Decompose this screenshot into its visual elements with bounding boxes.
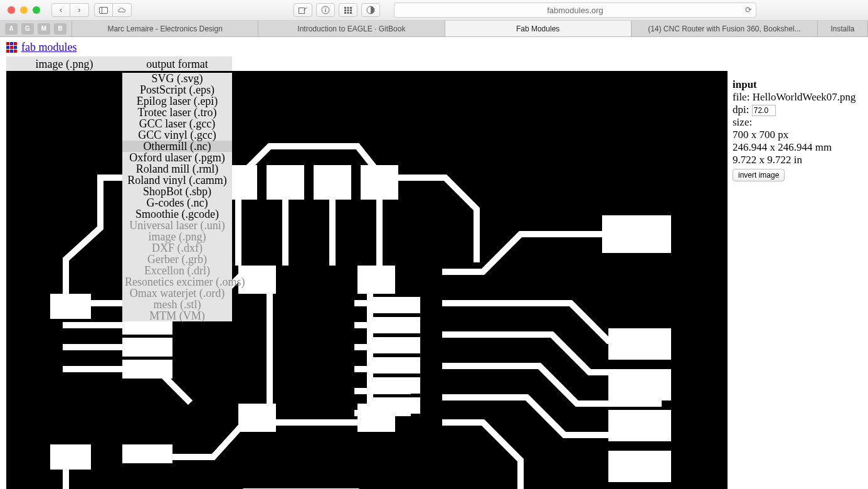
output-item-18: Resonetics excimer (.oms) <box>122 276 232 287</box>
menu-row: image (.png) output format SVG (.svg)Pos… <box>6 56 868 72</box>
canvas-area <box>6 71 728 489</box>
maximize-window-icon[interactable] <box>33 6 40 14</box>
size-px: 700 x 700 px <box>733 129 864 141</box>
adblock-button[interactable] <box>361 3 380 17</box>
close-window-icon[interactable] <box>8 6 15 14</box>
url-bar[interactable]: fabmodules.org ⟳ <box>394 3 756 18</box>
output-item-11[interactable]: G-codes (.nc) <box>122 197 232 208</box>
svg-rect-32 <box>357 266 395 294</box>
output-item-2[interactable]: Epilog laser (.epi) <box>122 95 232 107</box>
svg-rect-8 <box>347 7 349 9</box>
output-item-12[interactable]: Smoothie (.gcode) <box>122 208 232 220</box>
output-item-7[interactable]: Oxford ulaser (.pgm) <box>122 152 232 163</box>
output-item-0[interactable]: SVG (.svg) <box>122 73 232 84</box>
input-format-menu[interactable]: image (.png) <box>6 56 122 72</box>
output-item-10[interactable]: ShopBot (.sbp) <box>122 186 232 197</box>
svg-rect-31 <box>238 404 276 432</box>
fav-b[interactable]: B <box>54 23 66 35</box>
dpi-label: dpi: <box>733 104 749 116</box>
cloud-tabs-button[interactable] <box>113 3 132 17</box>
output-item-5[interactable]: GCC vinyl (.gcc) <box>122 129 232 141</box>
fab-logo-icon <box>6 42 18 53</box>
svg-rect-14 <box>347 12 349 14</box>
svg-rect-27 <box>122 338 172 357</box>
fab-modules-link[interactable]: fab modules <box>21 41 77 54</box>
svg-rect-0 <box>100 7 108 13</box>
svg-rect-38 <box>370 377 420 394</box>
compose-icon <box>299 6 307 14</box>
sidebar-icon <box>99 7 108 14</box>
output-item-20: mesh (.stl) <box>122 299 232 310</box>
compose-button[interactable] <box>294 3 312 17</box>
fav-g[interactable]: G <box>21 23 34 35</box>
fab-header: fab modules <box>0 37 868 56</box>
input-format-head: image (.png) <box>6 56 122 72</box>
svg-rect-37 <box>370 357 420 373</box>
dpi-row: dpi: <box>733 104 864 116</box>
svg-rect-12 <box>350 9 352 11</box>
output-format-menu[interactable]: output format SVG (.svg)PostScript (.eps… <box>122 56 232 72</box>
svg-rect-28 <box>122 360 172 379</box>
file-value: HelloWorldWeek07.png <box>753 91 856 103</box>
svg-rect-24 <box>50 444 91 470</box>
window-controls <box>8 6 40 14</box>
url-text: fabmodules.org <box>547 6 603 15</box>
svg-rect-21 <box>361 165 398 200</box>
output-item-21: MTM (VM) <box>122 310 232 321</box>
size-in: 9.722 x 9.722 in <box>733 154 864 166</box>
file-row: file: HelloWorldWeek07.png <box>733 91 864 104</box>
output-item-19: Omax waterjet (.ord) <box>122 287 232 299</box>
output-item-9[interactable]: Roland vinyl (.camm) <box>122 175 232 186</box>
file-label: file: <box>733 91 749 103</box>
topsites-button[interactable] <box>339 3 357 17</box>
svg-rect-19 <box>267 165 304 200</box>
fav-m[interactable]: M <box>38 23 50 35</box>
tab-3[interactable]: (14) CNC Router with Fusion 360, Bookshe… <box>632 21 818 36</box>
info-icon <box>321 6 330 14</box>
minimize-window-icon[interactable] <box>20 6 28 14</box>
output-item-15: DXF (.dxf) <box>122 242 232 254</box>
output-item-17: Excellon (.drl) <box>122 265 232 276</box>
fav-a[interactable]: A <box>5 23 18 35</box>
output-item-8[interactable]: Roland mill (.rml) <box>122 163 232 175</box>
invert-image-button[interactable]: invert image <box>733 169 785 181</box>
pcb-svg <box>6 71 728 489</box>
reload-icon[interactable]: ⟳ <box>745 5 752 14</box>
output-item-13: Universal laser (.uni) <box>122 220 232 231</box>
page-content: fab modules image (.png) output format S… <box>0 37 868 489</box>
svg-rect-23 <box>50 294 91 319</box>
size-mm: 246.944 x 246.944 mm <box>733 141 864 154</box>
svg-rect-7 <box>344 7 346 9</box>
output-item-1[interactable]: PostScript (.eps) <box>122 84 232 95</box>
svg-rect-11 <box>347 9 349 11</box>
output-item-3[interactable]: Trotec laser (.tro) <box>122 107 232 118</box>
pcb-canvas[interactable] <box>6 71 728 489</box>
size-label: size: <box>733 116 864 129</box>
output-item-4[interactable]: GCC laser (.gcc) <box>122 118 232 129</box>
output-format-head: output format <box>122 56 232 72</box>
output-item-6[interactable]: Othermill (.nc) <box>122 141 232 152</box>
svg-rect-13 <box>344 12 346 14</box>
tab-1[interactable]: Introduction to EAGLE · GitBook <box>258 21 445 36</box>
tab-4[interactable]: Installa <box>818 21 868 36</box>
svg-rect-36 <box>370 337 420 353</box>
tab-0[interactable]: Marc Lemaire - Electronics Design <box>72 21 258 36</box>
tab-bar: A G M B Marc Lemaire - Electronics Desig… <box>0 21 868 37</box>
output-item-16: Gerber (.grb) <box>122 254 232 265</box>
browser-toolbar: ‹ › fabmodules.org ⟳ <box>0 0 868 21</box>
toolbar-center-group <box>294 3 380 17</box>
svg-rect-9 <box>350 7 352 9</box>
forward-button[interactable]: › <box>70 3 89 17</box>
grid-icon <box>344 6 352 14</box>
favorites-set: A G M B <box>0 21 72 36</box>
svg-rect-39 <box>370 397 420 414</box>
nav-buttons: ‹ › <box>51 3 89 17</box>
view-buttons <box>94 3 132 17</box>
dpi-input[interactable] <box>752 105 776 116</box>
tab-2[interactable]: Fab Modules <box>445 21 632 36</box>
back-button[interactable]: ‹ <box>51 3 70 17</box>
info-button[interactable] <box>316 3 335 17</box>
sidebar-button[interactable] <box>94 3 113 17</box>
svg-rect-34 <box>370 297 420 313</box>
input-panel-heading: input <box>733 78 864 91</box>
